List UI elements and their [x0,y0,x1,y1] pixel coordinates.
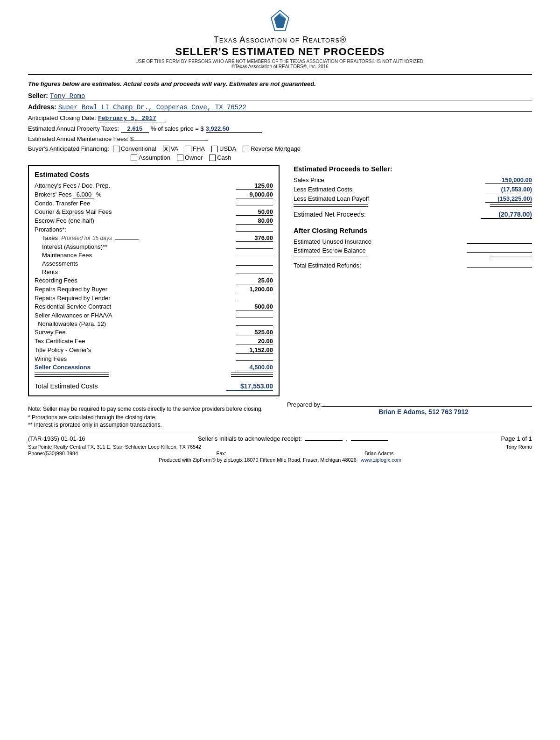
initials-label: Seller's Initials to acknowledge receipt… [198,435,302,442]
footer-website: www.ziplogix.com [361,457,401,463]
nonallowables-row: Nonallowables (Para. 12) [35,320,273,327]
escrow-balance-value [467,252,532,253]
conventional-label: Conventional [121,145,156,152]
rents-row: Rents [35,268,273,275]
address-label: Address: [28,103,56,111]
total-costs-row: Total Estimated Costs $17,553.00 [35,381,273,391]
header-divider [28,74,532,75]
reverse-label: Reverse Mortgage [251,145,301,152]
total-costs-value: $17,553.00 [226,382,273,391]
rsc-value: 500.00 [236,303,273,310]
property-taxes-row: Estimated Annual Property Taxes: 2.615 %… [28,125,532,133]
courier-fee-label: Courier & Express Mail Fees [35,208,236,215]
usda-checkbox[interactable] [211,146,218,152]
footer-fax: Fax: [216,451,226,456]
address-value: Super Bowl LI Champ Dr., Copperas Cove, … [58,104,532,112]
unused-insurance-row: Estimated Unused Insurance [294,238,532,245]
assumption-checkbox[interactable] [131,155,137,161]
escrow-fee-value: 80.00 [236,217,273,225]
financing-owner: Owner [177,154,203,161]
title-policy-row: Title Policy - Owner's 1,152.00 [35,346,273,354]
property-taxes-amount: 3,922.50 [206,125,262,133]
note-footnote2: ** Interest is prorated only in assumpti… [28,422,273,428]
rsc-label: Residential Service Contract [35,303,236,310]
rents-label: Rents [42,268,236,275]
reverse-checkbox[interactable] [243,146,249,152]
note-footnote1: * Prorations are calculated through the … [28,414,273,421]
cash-label: Cash [217,154,231,161]
cash-checkbox[interactable] [209,155,216,161]
nonallowables-value [236,325,273,326]
tax-cert-row: Tax Certificate Fee 20.00 [35,338,273,345]
wiring-fees-value [236,360,273,361]
condo-fee-row: Condo. Transfer Fee [35,200,273,207]
org-name: Texas Association of Realtors® [28,35,532,45]
financing-reverse: Reverse Mortgage [243,145,301,152]
title-policy-label: Title Policy - Owner's [35,346,236,353]
assessments-row: Assessments [35,260,273,267]
usda-label: USDA [219,145,236,152]
conventional-checkbox[interactable] [113,146,119,152]
empty-label-3 [35,376,109,377]
unused-insurance-value [467,243,532,244]
rsc-row: Residential Service Contract 500.00 [35,303,273,310]
refund-empty-label-1 [294,256,368,256]
owner-checkbox[interactable] [177,155,183,161]
refund-empty-label-2 [294,258,368,258]
escrow-balance-row: Estimated Escrow Balance [294,247,532,254]
footer-contact-row: Phone:(530)990-3984 Fax: Brian Adams [28,451,532,456]
footer-preparer: Brian Adams [364,451,393,456]
prorations-header-label: Prorations*: [35,226,236,233]
seller-initials-row: (TAR-1935) 01-01-16 Seller's Initials to… [28,435,532,442]
less-payoff-label: Less Estimated Loan Payoff [294,195,485,202]
empty-row-2 [35,374,273,375]
closing-date-label: Anticipated Closing Date: [28,114,96,121]
financing-row1: Buyer's Anticipated Financing: Conventio… [28,145,532,152]
financing-conventional: Conventional [113,145,156,152]
footer-produced: Produced with ZipForm® by zipLogix 18070… [159,457,357,463]
assessments-label: Assessments [42,260,236,267]
repairs-lender-value [236,300,273,300]
less-payoff-amount: 153,225.00 [500,195,530,202]
refund-empty-value-1 [490,256,532,256]
form-number: (TAR-1935) 01-01-16 [28,435,85,442]
survey-fee-label: Survey Fee [35,329,236,336]
fha-checkbox[interactable] [185,146,191,152]
proceeds-empty-label-2 [294,206,368,207]
sales-price-row: Sales Price 150,000.00 [294,176,532,184]
total-costs-label: Total Estimated Costs [35,382,98,390]
proceeds-empty-value-1 [490,204,532,205]
va-checkbox[interactable]: X [163,146,169,152]
condo-fee-value [236,205,273,205]
total-refunds-label: Total Estimated Refunds: [294,262,361,269]
note-main: Note: Seller may be required to pay some… [28,406,273,412]
maint-fees-value [236,257,273,257]
owner-label: Owner [185,154,203,161]
financing-va: X VA [163,145,178,152]
taxes-label: Taxes Prorated for 35 days [42,234,236,241]
interest-row: Interest (Assumptions)** [35,243,273,250]
main-content: Estimated Costs Attorney's Fees / Doc. P… [28,165,532,396]
nonallowables-label: Nonallowables (Para. 12) [35,320,236,327]
financing-usda: USDA [211,145,236,152]
refund-empty-value-2 [490,258,532,258]
initials-section: Seller's Initials to acknowledge receipt… [198,435,388,442]
less-costs-amount: 17,553.00 [503,186,530,193]
less-payoff-row: Less Estimated Loan Payoff (153,225.00) [294,195,532,203]
title-policy-value: 1,152.00 [236,346,273,354]
estimated-costs-title: Estimated Costs [35,170,273,178]
form-copyright: ©Texas Association of REALTORS®, Inc. 20… [28,64,532,69]
tax-cert-value: 20.00 [236,338,273,345]
wiring-fees-label: Wiring Fees [35,355,236,362]
proceeds-empty-value-2 [490,206,532,207]
repairs-lender-row: Repairs Required by Lender [35,295,273,302]
initials-line-2 [351,440,388,441]
total-refunds-row: Total Estimated Refunds: [294,262,532,269]
disclaimer: The figures below are estimates. Actual … [28,80,532,87]
prepared-line [322,406,532,407]
form-title: SELLER'S ESTIMATED NET PROCEEDS [28,46,532,58]
bottom-section: Note: Seller may be required to pay some… [28,401,532,428]
interest-value [236,248,273,249]
seller-label: Seller: [28,92,48,99]
property-taxes-label: Estimated Annual Property Taxes: [28,125,119,132]
